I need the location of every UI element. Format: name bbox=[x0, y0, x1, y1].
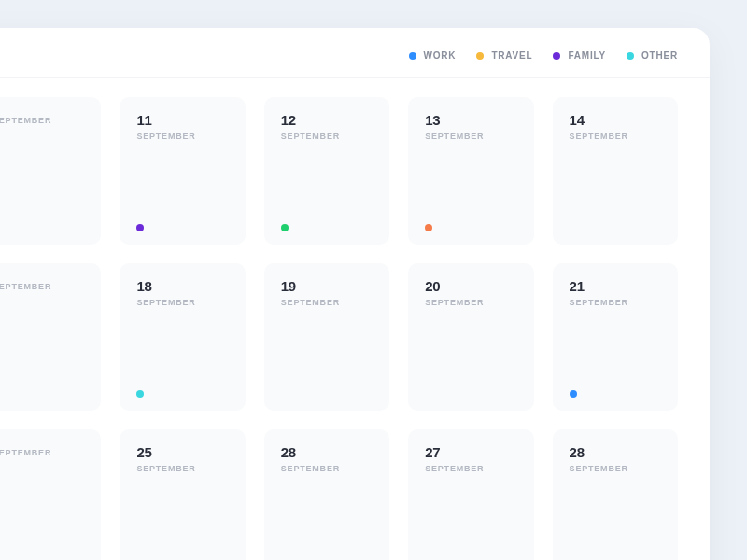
day-number: 25 bbox=[136, 444, 228, 460]
day-number: 20 bbox=[425, 278, 516, 294]
day-month-label: SEPTEMBER bbox=[136, 464, 228, 473]
day-month-label: SEPTEMBER bbox=[0, 282, 84, 291]
event-dot-icon bbox=[136, 390, 144, 398]
day-cell[interactable]: 21SEPTEMBER bbox=[553, 263, 678, 411]
day-month-label: SEPTEMBER bbox=[570, 464, 661, 473]
legend-bar: WORK TRAVEL FAMILY OTHER bbox=[0, 28, 710, 78]
day-number: 19 bbox=[281, 278, 373, 294]
day-cell[interactable]: 12SEPTEMBER bbox=[264, 97, 389, 245]
day-number: 13 bbox=[425, 112, 516, 128]
legend-family[interactable]: FAMILY bbox=[553, 50, 606, 61]
day-month-label: SEPTEMBER bbox=[570, 132, 661, 141]
calendar-grid: SEPTEMBER11SEPTEMBER12SEPTEMBER13SEPTEMB… bbox=[0, 78, 710, 560]
legend-travel[interactable]: TRAVEL bbox=[476, 50, 532, 61]
day-cell[interactable]: SEPTEMBER bbox=[0, 263, 101, 411]
day-cell[interactable]: 27SEPTEMBER bbox=[408, 429, 533, 560]
day-number: 21 bbox=[570, 278, 661, 294]
day-month-label: SEPTEMBER bbox=[425, 298, 516, 307]
day-month-label: SEPTEMBER bbox=[0, 116, 84, 125]
legend-other[interactable]: OTHER bbox=[627, 50, 678, 61]
event-dot-icon bbox=[425, 224, 432, 231]
day-month-label: SEPTEMBER bbox=[570, 298, 661, 307]
event-dot-icon bbox=[281, 224, 289, 231]
legend-label: FAMILY bbox=[568, 50, 606, 61]
day-number: 28 bbox=[281, 444, 373, 460]
day-number: 18 bbox=[136, 278, 228, 294]
day-cell[interactable]: 28SEPTEMBER bbox=[264, 429, 389, 560]
day-number: 12 bbox=[281, 112, 373, 128]
day-cell[interactable]: 14SEPTEMBER bbox=[553, 97, 678, 245]
day-cell[interactable]: 11SEPTEMBER bbox=[120, 97, 245, 245]
legend-label: WORK bbox=[424, 50, 457, 61]
day-cell[interactable]: 25SEPTEMBER bbox=[120, 429, 245, 560]
legend-dot-icon bbox=[553, 52, 560, 60]
day-cell[interactable]: 28SEPTEMBER bbox=[553, 429, 678, 560]
day-cell[interactable]: 20SEPTEMBER bbox=[408, 263, 533, 411]
legend-dot-icon bbox=[409, 52, 416, 60]
day-month-label: SEPTEMBER bbox=[281, 298, 373, 307]
legend-work[interactable]: WORK bbox=[409, 50, 457, 61]
day-month-label: SEPTEMBER bbox=[136, 132, 228, 141]
legend-dot-icon bbox=[476, 52, 484, 60]
event-dot-icon bbox=[570, 390, 577, 398]
day-number: 28 bbox=[570, 444, 661, 460]
day-cell[interactable]: 18SEPTEMBER bbox=[120, 263, 245, 411]
legend-label: OTHER bbox=[641, 50, 678, 61]
day-number: 14 bbox=[570, 112, 661, 128]
day-number: 27 bbox=[425, 444, 516, 460]
day-month-label: SEPTEMBER bbox=[425, 464, 516, 473]
day-month-label: SEPTEMBER bbox=[0, 448, 84, 457]
day-cell[interactable]: SEPTEMBER bbox=[0, 429, 101, 560]
day-cell[interactable]: 13SEPTEMBER bbox=[408, 97, 533, 245]
day-month-label: SEPTEMBER bbox=[425, 132, 516, 141]
day-month-label: SEPTEMBER bbox=[136, 298, 228, 307]
calendar-card: WORK TRAVEL FAMILY OTHER SEPTEMBER11SEPT… bbox=[0, 28, 710, 560]
legend-label: TRAVEL bbox=[491, 50, 532, 61]
day-number: 11 bbox=[136, 112, 228, 128]
day-cell[interactable]: SEPTEMBER bbox=[0, 97, 101, 245]
legend-dot-icon bbox=[627, 52, 634, 60]
day-month-label: SEPTEMBER bbox=[281, 132, 373, 141]
day-month-label: SEPTEMBER bbox=[281, 464, 373, 473]
day-cell[interactable]: 19SEPTEMBER bbox=[264, 263, 389, 411]
event-dot-icon bbox=[136, 224, 144, 231]
